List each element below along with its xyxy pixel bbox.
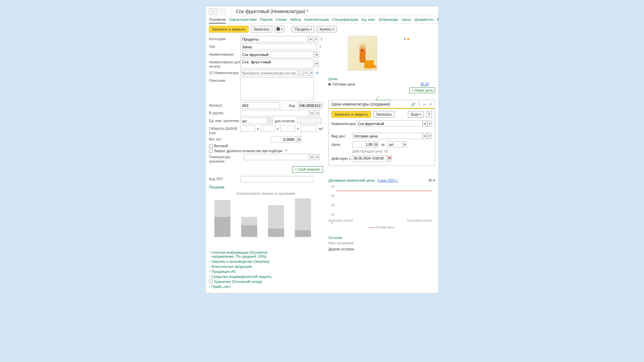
dlg-effective-input[interactable] xyxy=(352,155,387,162)
dropdown-icon[interactable]: ▾ xyxy=(310,154,314,160)
open-icon[interactable]: ↗ xyxy=(315,154,320,160)
calendar-icon[interactable]: 📅 xyxy=(387,155,392,162)
open-icon[interactable]: ↗ xyxy=(309,70,314,76)
exp-pricelist[interactable]: ›Прайс-лист xyxy=(209,285,323,289)
exp-purchase[interactable]: ›Закупка и производство (Закупка) xyxy=(209,259,323,263)
favorite-icon[interactable]: ☆ xyxy=(228,9,234,14)
dlg-save-close[interactable]: Записать и закрыть xyxy=(331,111,371,118)
tru-label: Код ТРУ: xyxy=(209,176,240,181)
tab-units[interactable]: Ед. изм. xyxy=(362,16,376,23)
dims-label: Габариты ДхШхВ (см): xyxy=(209,125,240,135)
fraction-checkbox[interactable] xyxy=(209,149,213,153)
open-icon[interactable]: ↗ xyxy=(315,110,320,116)
tab-characteristics[interactable]: Характеристики xyxy=(229,16,257,23)
tru-input[interactable] xyxy=(240,176,314,182)
save-button[interactable]: Записать xyxy=(251,26,272,33)
dropdown-icon[interactable]: ▾ xyxy=(314,51,319,58)
dlg-help[interactable]: ? xyxy=(426,111,432,118)
tab-files[interactable]: Файлы xyxy=(437,16,438,23)
print-name-input[interactable]: Сок фруктовый xyxy=(240,59,314,68)
refresh-icon[interactable]: ⟳ xyxy=(316,71,319,75)
tab-main[interactable]: Основное xyxy=(209,16,226,23)
product-image[interactable]: ★ ≡ xyxy=(348,36,377,71)
star-icon[interactable]: ★ xyxy=(406,36,411,42)
tab-complect[interactable]: Комплектации xyxy=(304,16,329,23)
prices-title: Цены xyxy=(328,77,435,81)
dropdown-icon[interactable]: ▾ xyxy=(314,61,319,67)
type-input[interactable] xyxy=(240,44,317,50)
sort-icon[interactable]: ≡ xyxy=(404,37,406,41)
new-price-button[interactable]: + Новая цена xyxy=(409,87,435,93)
save-close-button[interactable]: Записать и закрыть xyxy=(209,26,249,33)
maximize-icon[interactable]: ▭ xyxy=(423,102,426,107)
gear-icon[interactable]: ⚙ ▾ xyxy=(428,178,435,183)
tab-barcodes[interactable]: Штрихкоды xyxy=(379,16,398,23)
open-icon[interactable]: ↗ xyxy=(314,36,318,42)
price-value[interactable]: 35,00 xyxy=(420,82,429,86)
dlg-nomen-input[interactable] xyxy=(356,120,423,127)
dlg-type-input[interactable] xyxy=(352,133,423,139)
unit-input[interactable] xyxy=(240,118,267,124)
name-input[interactable] xyxy=(240,51,314,58)
calc-icon[interactable]: ⊞ xyxy=(374,141,378,147)
exp-accounting[interactable]: ›Учетная информация (Основное направлени… xyxy=(209,250,323,258)
dynamics-date[interactable]: 3 мая 2024 г. xyxy=(377,178,398,182)
history-icon[interactable]: 🕘 xyxy=(268,118,273,124)
tab-docs[interactable]: Документы xyxy=(415,16,434,23)
dlg-unit-input[interactable] xyxy=(387,141,403,147)
desc-input[interactable] xyxy=(240,77,314,101)
dropdown-icon[interactable]: ▾ xyxy=(423,133,427,139)
exp-alcohol[interactable]: ›Алкогольная продукция xyxy=(209,264,323,268)
print-name-label: Наименование для печати: xyxy=(209,59,240,68)
tab-parties[interactable]: Партии xyxy=(260,16,272,23)
back-button[interactable]: ← xyxy=(209,8,217,14)
article-input[interactable] xyxy=(240,102,280,109)
clear-icon[interactable]: × xyxy=(304,70,308,76)
exp-is[interactable]: ›Продукция ИС xyxy=(209,269,323,274)
topbar: ← → ☆ Сок фруктовый (Номенклатура) * xyxy=(206,6,438,16)
exp-storage[interactable]: ›Хранение (Основной склад) xyxy=(209,280,323,284)
sell-button[interactable]: Продать ▾ xyxy=(292,26,315,33)
buy-button[interactable]: Купить ▾ xyxy=(317,26,337,33)
category-input[interactable] xyxy=(240,36,308,42)
dim-l[interactable] xyxy=(240,125,255,132)
dropdown-icon[interactable]: ▾ xyxy=(423,120,427,127)
calc-icon[interactable]: ⊞ xyxy=(297,136,302,142)
weight-input[interactable] xyxy=(271,136,296,142)
dlg-per: за xyxy=(381,142,385,146)
dlg-price-input[interactable] xyxy=(352,141,374,147)
close-icon[interactable]: ✕ xyxy=(429,102,432,107)
tab-set[interactable]: Набор xyxy=(290,16,301,23)
tab-series[interactable]: Серии xyxy=(276,16,286,23)
dim-vol[interactable] xyxy=(301,125,317,132)
dlg-more[interactable]: Еще ▾ xyxy=(408,111,424,118)
forward-button[interactable]: → xyxy=(218,8,226,14)
custom-req-button[interactable]: + Свой реквизит xyxy=(292,166,323,173)
guid-button[interactable]: 🅖 ▾ xyxy=(274,26,284,33)
dlg-save[interactable]: Записать xyxy=(373,111,395,118)
group-input[interactable] xyxy=(240,110,309,116)
dropdown-icon[interactable]: ▾ xyxy=(403,141,407,147)
stock-tree: Дерево остатки: xyxy=(328,247,435,251)
code-label: Код: xyxy=(289,104,296,108)
dim-w[interactable] xyxy=(261,125,275,132)
ellipsis-icon[interactable]: … xyxy=(298,70,303,76)
open-icon[interactable]: ↗ xyxy=(427,120,432,127)
dim-h[interactable] xyxy=(280,125,295,132)
help-icon[interactable]: ? xyxy=(285,149,287,153)
dropdown-icon[interactable]: ▾ xyxy=(308,36,313,42)
link-icon[interactable]: 🔗 xyxy=(411,102,416,107)
weighted-checkbox[interactable] xyxy=(209,144,213,148)
dlg-effective-label: Действует с: xyxy=(331,157,352,161)
temp-input[interactable] xyxy=(244,154,309,160)
dropdown-icon[interactable]: ▾ xyxy=(310,110,314,116)
dialog-title: Цена номенклатуры (создание) xyxy=(331,102,411,107)
tab-specs[interactable]: Спецификации xyxy=(332,16,358,23)
open-icon[interactable]: ↗ xyxy=(427,133,432,139)
help-icon[interactable]: ? xyxy=(319,45,321,49)
help-icon[interactable]: ? xyxy=(320,37,322,41)
onec-input[interactable] xyxy=(240,70,298,76)
tab-prices[interactable]: Цены xyxy=(402,16,411,23)
dlg-nomen-label: Номенклатура: xyxy=(331,122,356,126)
exp-ppe[interactable]: ›Средство индивидуальной защиты xyxy=(209,275,323,279)
